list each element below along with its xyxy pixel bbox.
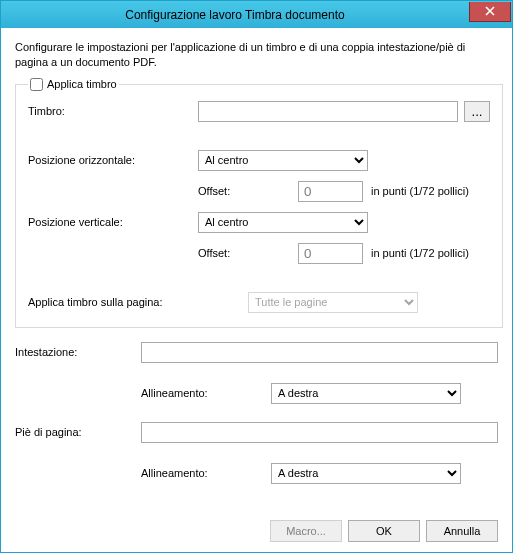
footer-align-select[interactable]: A destra [271, 463, 461, 484]
stamp-group-legend: Applica timbro [28, 78, 119, 91]
cancel-button[interactable]: Annulla [426, 520, 498, 542]
description-text: Configurare le impostazioni per l'applic… [15, 40, 498, 70]
hoffset-input[interactable] [298, 181, 363, 202]
hoffset-label: Offset: [198, 185, 298, 197]
hpos-label: Posizione orizzontale: [28, 154, 198, 166]
vpos-select[interactable]: Al centro [198, 212, 368, 233]
stamp-input[interactable] [198, 101, 458, 122]
apply-stamp-label: Applica timbro [47, 78, 117, 90]
header-align-label: Allineamento: [141, 387, 271, 399]
voffset-input[interactable] [298, 243, 363, 264]
vpos-label: Posizione verticale: [28, 216, 198, 228]
window-title: Configurazione lavoro Timbra documento [1, 8, 469, 22]
header-label: Intestazione: [15, 346, 141, 358]
macro-button: Macro... [270, 520, 342, 542]
browse-stamp-button[interactable]: ... [464, 101, 490, 122]
close-button[interactable] [469, 2, 511, 22]
ok-button[interactable]: OK [348, 520, 420, 542]
stamp-page-select: Tutte le pagine [248, 292, 418, 313]
apply-stamp-checkbox[interactable] [30, 78, 43, 91]
footer-label: Piè di pagina: [15, 426, 141, 438]
voffset-unit: in punti (1/72 pollici) [371, 247, 469, 259]
voffset-label: Offset: [198, 247, 298, 259]
header-align-select[interactable]: A destra [271, 383, 461, 404]
hpos-select[interactable]: Al centro [198, 150, 368, 171]
footer-align-label: Allineamento: [141, 467, 271, 479]
title-bar: Configurazione lavoro Timbra documento [1, 1, 512, 28]
stamp-page-label: Applica timbro sulla pagina: [28, 296, 248, 308]
header-input[interactable] [141, 342, 498, 363]
footer-input[interactable] [141, 422, 498, 443]
close-icon [485, 6, 495, 16]
hoffset-unit: in punti (1/72 pollici) [371, 185, 469, 197]
stamp-group: Applica timbro Timbro: ... Posizione ori… [15, 78, 503, 328]
stamp-label: Timbro: [28, 105, 198, 117]
